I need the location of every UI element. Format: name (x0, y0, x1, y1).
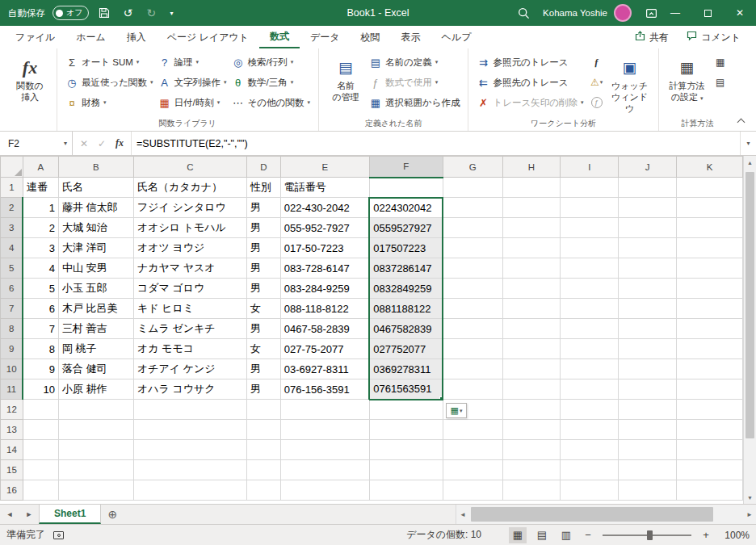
cell-H10[interactable] (502, 359, 561, 379)
cell-J8[interactable] (619, 319, 677, 339)
tab-file[interactable]: ファイル (5, 26, 65, 48)
cell-E9[interactable]: 027-75-2077 (280, 339, 369, 359)
cell-J3[interactable] (619, 218, 677, 238)
cell-K7[interactable] (677, 299, 743, 319)
maximize-button[interactable] (691, 0, 724, 26)
cell-B2[interactable]: 藤井 信太郎 (58, 198, 133, 218)
cell-D15[interactable] (246, 460, 280, 480)
select-all-button[interactable] (1, 157, 23, 178)
cell-H16[interactable] (502, 480, 561, 501)
logical-button[interactable]: ? 論理 ▾ (156, 53, 229, 71)
cell-G6[interactable] (443, 279, 502, 299)
cell-I12[interactable] (561, 400, 619, 420)
cell-F3[interactable]: 0559527927 (369, 218, 443, 238)
cell-G11[interactable] (443, 379, 502, 400)
cell-F2[interactable]: 0224302042 (369, 198, 443, 218)
cell-J11[interactable] (619, 379, 677, 400)
math-trig-button[interactable]: θ 数学/三角 ▾ (229, 73, 313, 91)
cell-F15[interactable] (369, 460, 443, 480)
cell-I7[interactable] (561, 299, 619, 319)
row-header-9[interactable]: 9 (1, 339, 23, 359)
cell-H7[interactable] (502, 299, 561, 319)
cell-D14[interactable] (246, 440, 280, 460)
cell-E16[interactable] (280, 480, 369, 501)
cell-H13[interactable] (502, 420, 561, 440)
cell-A7[interactable]: 6 (23, 299, 58, 319)
tab-home[interactable]: ホーム (65, 26, 116, 48)
cell-C9[interactable]: オカ モモコ (133, 339, 246, 359)
recently-used-button[interactable]: ◷ 最近使った関数 ▾ (63, 73, 156, 91)
cell-B12[interactable] (58, 400, 133, 420)
cell-D3[interactable]: 男 (246, 218, 280, 238)
cell-I8[interactable] (561, 319, 619, 339)
use-in-formula-button[interactable]: ƒ 数式で使用 ▾ (367, 73, 463, 91)
tab-review[interactable]: 校閲 (351, 26, 391, 48)
collapse-ribbon-button[interactable] (733, 115, 748, 127)
watch-window-button[interactable]: ▣ ウォッチ ウィンドウ (607, 52, 653, 114)
cell-H3[interactable] (502, 218, 561, 238)
more-functions-button[interactable]: ⋯ その他の関数 ▾ (229, 94, 313, 111)
formula-input[interactable]: =SUBSTITUTE(E2,"-","") (132, 132, 740, 155)
cell-C11[interactable]: オハラ コウサク (133, 379, 246, 400)
cell-I5[interactable] (561, 258, 619, 279)
cell-G14[interactable] (443, 440, 502, 460)
cell-B7[interactable]: 木戸 比呂美 (58, 299, 133, 319)
cell-K8[interactable] (677, 319, 743, 339)
cancel-icon[interactable]: ✕ (76, 136, 92, 152)
zoom-level[interactable]: 100% (719, 530, 750, 541)
show-formulas-button[interactable]: ƒ (588, 53, 606, 71)
cell-A15[interactable] (23, 460, 58, 480)
cell-E6[interactable]: 083-284-9259 (280, 279, 369, 299)
avatar[interactable] (614, 4, 632, 22)
cell-A11[interactable]: 10 (23, 379, 58, 400)
sheet-nav-right-icon[interactable]: ► (19, 505, 39, 524)
cell-G2[interactable] (443, 198, 502, 218)
autosave-toggle[interactable]: オフ (52, 6, 89, 20)
insert-function-fx-icon[interactable]: fx (111, 136, 128, 152)
search-icon[interactable] (515, 3, 531, 23)
cell-D10[interactable]: 男 (246, 359, 280, 379)
cell-B6[interactable]: 小玉 五郎 (58, 279, 133, 299)
ribbon-display-options-icon[interactable] (643, 3, 659, 23)
user-name[interactable]: Kohama Yoshie (543, 8, 607, 18)
cell-D9[interactable]: 女 (246, 339, 280, 359)
cell-E15[interactable] (280, 460, 369, 480)
cell-C4[interactable]: オオツ ヨウジ (133, 238, 246, 258)
cell-J5[interactable] (619, 258, 677, 279)
cell-D2[interactable]: 男 (246, 198, 280, 218)
row-header-13[interactable]: 13 (1, 420, 23, 440)
cell-C3[interactable]: オオシロ トモハル (133, 218, 246, 238)
cell-G15[interactable] (443, 460, 502, 480)
cell-C16[interactable] (133, 480, 246, 501)
autosum-button[interactable]: Σ オート SUM ▾ (63, 53, 156, 71)
enter-icon[interactable]: ✓ (94, 136, 110, 152)
cell-C8[interactable]: ミムラ ゼンキチ (133, 319, 246, 339)
scroll-up-icon[interactable]: ▲ (744, 156, 756, 169)
cell-I9[interactable] (561, 339, 619, 359)
cell-J15[interactable] (619, 460, 677, 480)
cell-H11[interactable] (502, 379, 561, 400)
cell-B15[interactable] (58, 460, 133, 480)
cell-D12[interactable] (246, 400, 280, 420)
scroll-right-icon[interactable]: ► (743, 511, 756, 518)
cell-K9[interactable] (677, 339, 743, 359)
cell-B4[interactable]: 大津 洋司 (58, 238, 133, 258)
cell-F14[interactable] (369, 440, 443, 460)
name-box-dropdown-icon[interactable]: ▾ (64, 140, 72, 147)
cell-J1[interactable] (619, 178, 677, 198)
remove-arrows-button[interactable]: ✗ トレース矢印の削除 ▾ (474, 94, 586, 111)
column-header-G[interactable]: G (443, 157, 502, 178)
cell-C13[interactable] (133, 420, 246, 440)
cell-E14[interactable] (280, 440, 369, 460)
cell-C7[interactable]: キド ヒロミ (133, 299, 246, 319)
cell-J4[interactable] (619, 238, 677, 258)
vertical-scrollbar[interactable]: ▲ ▼ (743, 156, 756, 504)
cell-K2[interactable] (677, 198, 743, 218)
cell-J13[interactable] (619, 420, 677, 440)
cell-B10[interactable]: 落合 健司 (58, 359, 133, 379)
cell-I2[interactable] (561, 198, 619, 218)
cell-F5[interactable]: 0837286147 (369, 258, 443, 279)
cell-I15[interactable] (561, 460, 619, 480)
share-button[interactable]: 共有 (628, 28, 676, 47)
row-header-16[interactable]: 16 (1, 480, 23, 501)
